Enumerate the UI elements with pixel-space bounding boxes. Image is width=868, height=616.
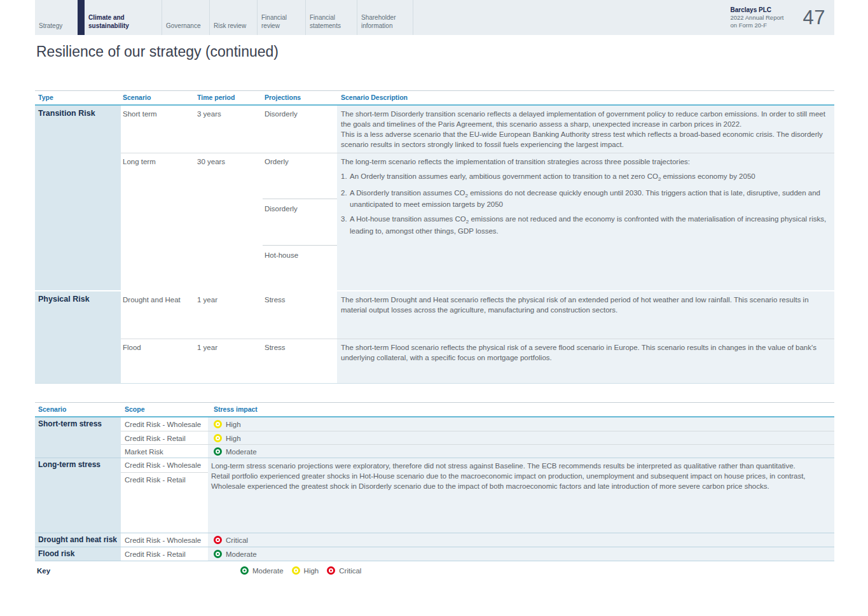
page-title: Resilience of our strategy (continued) <box>36 43 868 60</box>
moderate-impact-icon <box>214 447 222 456</box>
description-cell: The short-term Flood scenario reflects t… <box>337 339 834 383</box>
time-period-cell: 1 year <box>195 291 263 339</box>
impact-text-cell: Long-term stress scenario projections we… <box>208 458 834 533</box>
projection-cell: Disorderly <box>263 199 337 245</box>
projection-cell: Hot-house <box>263 245 337 290</box>
table-row: Credit Risk - Wholesale High <box>121 417 834 431</box>
impact-label: Critical <box>226 535 248 545</box>
tab-governance[interactable]: Governance <box>162 0 210 35</box>
tab-shareholder-information[interactable]: Shareholder information <box>357 0 413 35</box>
impact-cell: High <box>208 431 834 444</box>
impact-paragraph: Long-term stress scenario projections we… <box>211 461 827 471</box>
moderate-impact-icon <box>214 550 222 558</box>
key-item-critical: Critical <box>327 566 361 575</box>
nav-spacer <box>413 0 731 35</box>
high-impact-icon <box>292 566 300 575</box>
table-row: Flood 1 year Stress The short-term Flood… <box>121 339 834 383</box>
scope-cell: Credit Risk - Retail <box>121 473 208 487</box>
report-page: Strategy Climate and sustainability Gove… <box>0 0 868 616</box>
key-item-high: High <box>292 566 319 575</box>
type-cell: Transition Risk <box>35 106 121 290</box>
physical-risk-block: Physical Risk Drought and Heat 1 year St… <box>35 291 834 383</box>
moderate-impact-icon <box>240 566 249 575</box>
projection-cell: Disorderly <box>263 106 337 153</box>
table-row: Drought and Heat 1 year Stress The short… <box>121 291 834 339</box>
col-header-time-period: Time period <box>195 94 263 101</box>
col-header-stress-impact: Stress impact <box>208 405 834 413</box>
col-header-projections: Projections <box>263 94 337 101</box>
tab-risk-review[interactable]: Risk review <box>210 0 258 35</box>
col-header-scenario: Scenario <box>121 94 195 101</box>
table-row: Credit Risk - Wholesale Critical <box>121 533 834 547</box>
impact-cell: Critical <box>208 533 834 547</box>
col-header-scenario-description: Scenario Description <box>337 94 834 101</box>
scenario-cell: Long term <box>121 153 195 290</box>
description-lead: The long-term scenario reflects the impl… <box>341 157 828 167</box>
table-row: Short term 3 years Disorderly The short-… <box>121 106 834 153</box>
transition-risk-block: Transition Risk Short term 3 years Disor… <box>35 106 834 290</box>
brand-form-line: on Form 20-F <box>731 22 794 29</box>
col-header-type: Type <box>35 94 121 101</box>
key-label: Key <box>35 567 240 575</box>
numbered-item: 2. A Disorderly transition assumes CO2 e… <box>341 188 828 210</box>
col-header-scenario: Scenario <box>35 405 121 413</box>
impact-cell: Moderate <box>208 445 834 458</box>
time-period-cell: 3 years <box>195 106 263 153</box>
scenario-cell: Short-term stress <box>35 417 121 458</box>
brand-block: Barclays PLC 2022 Annual Report on Form … <box>731 0 794 35</box>
impact-cell: High <box>208 417 834 431</box>
impact-cell: Moderate <box>208 547 834 561</box>
table-row: Credit Risk - Retail Moderate <box>121 547 834 561</box>
brand-name: Barclays PLC <box>731 6 794 14</box>
impact-paragraph: Retail portfolio experienced greater sho… <box>211 471 827 491</box>
description-cell: The short-term Drought and Heat scenario… <box>337 291 834 339</box>
description-cell: The long-term scenario reflects the impl… <box>337 153 834 290</box>
scope-cell: Credit Risk - Retail <box>121 547 208 561</box>
type-cell: Physical Risk <box>35 291 121 383</box>
long-term-stress-block: Long-term stress Credit Risk - Wholesale… <box>35 458 834 533</box>
projection-cell: Stress <box>263 339 337 383</box>
tab-strategy[interactable]: Strategy <box>35 0 78 35</box>
high-impact-icon <box>214 434 222 442</box>
scope-cell: Credit Risk - Wholesale <box>121 533 208 547</box>
key-legend: Key Moderate High Critical <box>35 566 834 575</box>
impact-label: Moderate <box>226 447 257 457</box>
tab-financial-review[interactable]: Financial review <box>258 0 306 35</box>
scenario-cell: Drought and heat risk <box>35 533 121 547</box>
scope-stack: Credit Risk - Wholesale Credit Risk - Re… <box>121 458 208 533</box>
time-period-cell: 30 years <box>195 153 263 290</box>
active-tab-indicator <box>78 0 85 35</box>
col-header-scope: Scope <box>121 405 208 413</box>
brand-report-line: 2022 Annual Report <box>731 14 794 22</box>
stress-table-header: Scenario Scope Stress impact <box>35 402 834 417</box>
drought-and-heat-risk-row: Drought and heat risk Credit Risk - Whol… <box>35 533 834 547</box>
tab-climate-and-sustainability[interactable]: Climate and sustainability <box>85 0 162 35</box>
table-row: Long term 30 years Orderly Disorderly Ho… <box>121 153 834 290</box>
key-item-moderate: Moderate <box>240 566 284 575</box>
page-number: 47 <box>794 0 834 35</box>
description-paragraph: This is a less adverse scenario that the… <box>341 129 828 150</box>
top-navigation: Strategy Climate and sustainability Gove… <box>35 0 834 35</box>
table-row: Credit Risk - Retail High <box>121 431 834 444</box>
numbered-item: 3. A Hot-house transition assumes CO2 em… <box>341 214 828 236</box>
scenario-cell: Flood risk <box>35 547 121 561</box>
stress-impact-table: Scenario Scope Stress impact Short-term … <box>35 402 834 561</box>
scenario-cell: Drought and Heat <box>121 291 195 339</box>
time-period-cell: 1 year <box>195 339 263 383</box>
impact-label: High <box>226 419 241 430</box>
tab-financial-statements[interactable]: Financial statements <box>306 0 357 35</box>
scope-cell: Credit Risk - Retail <box>121 431 208 444</box>
numbered-item: 1. An Orderly transition assumes early, … <box>341 171 828 183</box>
projection-cell: Stress <box>263 291 337 339</box>
scenario-table-header: Type Scenario Time period Projections Sc… <box>35 90 834 106</box>
flood-risk-row: Flood risk Credit Risk - Retail Moderate <box>35 547 834 561</box>
critical-impact-icon <box>327 566 335 575</box>
description-paragraph: The short-term Flood scenario reflects t… <box>341 342 828 363</box>
scenario-table: Type Scenario Time period Projections Sc… <box>35 90 834 384</box>
scope-cell: Market Risk <box>121 445 208 458</box>
scenario-cell: Short term <box>121 106 195 153</box>
scenario-cell: Flood <box>121 339 195 383</box>
projections-stack: Orderly Disorderly Hot-house <box>263 153 337 290</box>
high-impact-icon <box>214 420 222 428</box>
description-cell: The short-term Disorderly transition sce… <box>337 106 834 153</box>
